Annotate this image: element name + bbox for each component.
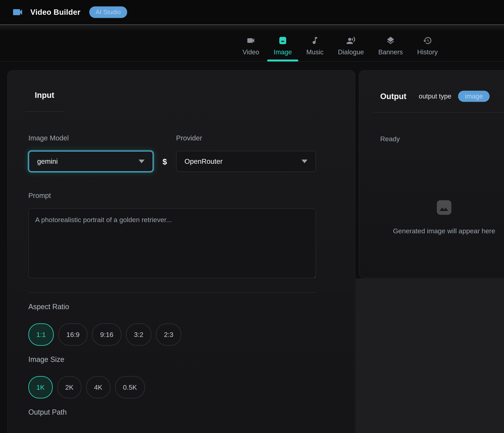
output-lower-panel — [356, 279, 504, 433]
output-path-label: Output Path — [28, 408, 316, 416]
prompt-textarea[interactable] — [28, 208, 316, 278]
model-provider-row: Image Model gemini $ Provider OpenRouter — [28, 134, 316, 172]
app-header: Video Builder AI Studio — [0, 0, 504, 24]
output-title-divider — [373, 112, 504, 113]
video-camera-logo-icon — [12, 6, 24, 18]
image-size-label: Image Size — [28, 355, 316, 364]
input-panel: Input Image Model gemini $ Provider Open… — [7, 70, 355, 433]
output-column: Output output type image Ready Generated… — [356, 70, 504, 433]
tab-history[interactable]: History — [410, 36, 445, 62]
tab-banners[interactable]: Banners — [371, 36, 410, 62]
generated-image-placeholder: Generated image will appear here — [380, 198, 504, 235]
music-note-icon — [310, 36, 319, 45]
tab-bar: Video Image Music Dialogue Banners Histo… — [0, 30, 504, 62]
aspect-ratio-option-1-1[interactable]: 1:1 — [28, 323, 54, 346]
aspect-ratio-option-2-3[interactable]: 2:3 — [156, 323, 181, 346]
image-model-select[interactable]: gemini — [28, 151, 153, 172]
image-size-option-1k[interactable]: 1K — [28, 376, 53, 398]
header-divider — [0, 24, 504, 30]
chevron-down-icon — [302, 160, 307, 163]
image-model-label: Image Model — [28, 134, 153, 142]
provider-select[interactable]: OpenRouter — [176, 151, 316, 172]
provider-label: Provider — [176, 134, 316, 142]
tab-label: Banners — [378, 48, 403, 56]
tab-image[interactable]: Image — [266, 36, 299, 62]
tab-label: Dialogue — [338, 48, 364, 56]
placeholder-text: Generated image will appear here — [393, 227, 495, 235]
input-panel-title: Input — [35, 91, 355, 100]
output-header: Output output type image — [380, 91, 504, 102]
app-title: Video Builder — [30, 8, 81, 17]
image-size-group: 1K 2K 4K 0.5K — [28, 376, 316, 398]
tab-music[interactable]: Music — [299, 36, 331, 62]
output-status-text: Ready — [380, 135, 504, 143]
image-size-option-05k[interactable]: 0.5K — [115, 376, 145, 398]
tab-dialogue[interactable]: Dialogue — [331, 36, 371, 62]
aspect-ratio-group: 1:1 16:9 9:16 3:2 2:3 — [28, 323, 316, 346]
output-type-label: output type — [419, 92, 451, 100]
output-panel-title: Output — [380, 92, 406, 101]
image-model-value: gemini — [37, 157, 58, 165]
aspect-ratio-option-16-9[interactable]: 16:9 — [58, 323, 88, 346]
aspect-ratio-option-3-2[interactable]: 3:2 — [126, 323, 151, 346]
input-title-divider — [25, 111, 64, 112]
active-tab-underline — [267, 60, 298, 62]
prompt-label: Prompt — [28, 191, 316, 199]
image-placeholder-icon — [435, 198, 453, 217]
aspect-ratio-label: Aspect Ratio — [28, 303, 316, 311]
main-content: Input Image Model gemini $ Provider Open… — [0, 62, 504, 433]
paid-model-dollar-indicator: $ — [153, 157, 176, 172]
layers-icon — [386, 36, 395, 45]
tab-label: Image — [274, 48, 292, 56]
history-clock-icon — [423, 36, 432, 45]
tab-video[interactable]: Video — [235, 36, 266, 62]
chevron-down-icon — [139, 160, 144, 163]
tab-label: Video — [243, 48, 259, 56]
aspect-ratio-option-9-16[interactable]: 9:16 — [92, 323, 121, 346]
image-size-option-4k[interactable]: 4K — [86, 376, 110, 398]
ai-studio-badge: AI Studio — [89, 6, 127, 18]
voice-over-icon — [346, 36, 355, 45]
provider-value: OpenRouter — [185, 157, 223, 165]
section-divider — [28, 292, 316, 293]
tab-label: Music — [306, 48, 324, 56]
output-type-badge: image — [458, 91, 490, 102]
tab-label: History — [417, 48, 438, 56]
image-size-option-2k[interactable]: 2K — [57, 376, 82, 398]
image-icon — [278, 36, 287, 45]
output-panel: Output output type image Ready Generated… — [359, 70, 504, 278]
video-camera-icon — [246, 36, 255, 45]
